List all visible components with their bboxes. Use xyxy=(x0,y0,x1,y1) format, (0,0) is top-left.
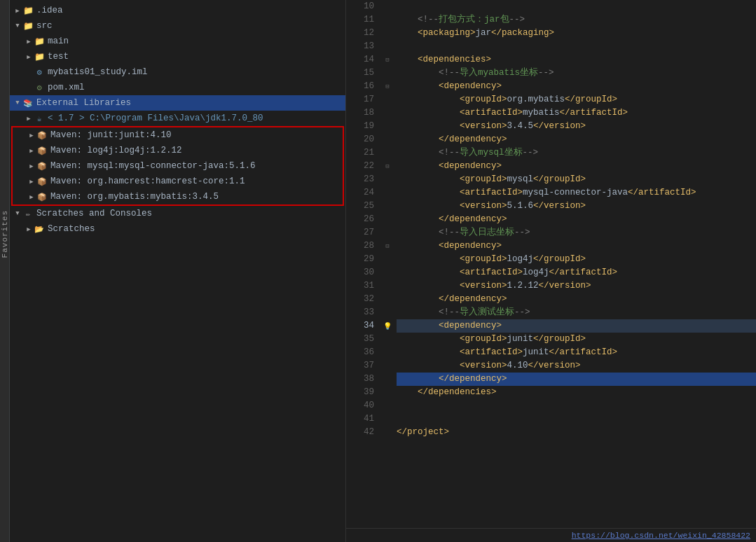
code-line xyxy=(397,40,756,53)
tree-label-scratches: Scratches xyxy=(48,224,95,234)
code-line: <version>5.1.6</version> xyxy=(397,200,756,213)
line-number: 14 xyxy=(349,53,374,67)
fold-icon[interactable]: ⊟ xyxy=(383,53,392,67)
tree-item-src[interactable]: src xyxy=(10,18,345,34)
folder-icon-src xyxy=(22,20,34,32)
tree-item-main[interactable]: main xyxy=(10,34,345,49)
arrow-scratches-consoles xyxy=(13,209,22,218)
code-line: <artifactId>log4j</artifactId> xyxy=(397,266,756,279)
fold-icon[interactable]: ⊟ xyxy=(383,80,392,93)
code-line: <!-- 打包方式：jar包 --> xyxy=(397,13,756,27)
line-number: 17 xyxy=(349,93,374,106)
project-tree-panel: .idea src main test mybatis01_study.iml … xyxy=(10,0,346,542)
code-line: </dependency> xyxy=(397,133,756,146)
tree-item-iml[interactable]: mybatis01_study.iml xyxy=(10,64,345,80)
code-line: <version>1.2.12</version> xyxy=(397,279,756,293)
code-line: <artifactId>mysql-connector-java</artifa… xyxy=(397,186,756,200)
line-number: 15 xyxy=(349,67,374,80)
tree-item-idea[interactable]: .idea xyxy=(10,3,345,18)
iml-icon xyxy=(34,67,45,78)
code-line: <artifactId>mybatis</artifactId> xyxy=(397,106,756,120)
code-line: <groupId>log4j</groupId> xyxy=(397,253,756,266)
code-line: <!-- 导入日志坐标 --> xyxy=(397,226,756,239)
favorites-label: Favorites xyxy=(1,210,9,258)
folder-icon-main xyxy=(34,36,45,47)
line-number: 27 xyxy=(349,226,374,239)
fold-icon[interactable]: ⊟ xyxy=(383,160,392,173)
tree-label-maven5: Maven: org.mybatis:mybatis:3.4.5 xyxy=(50,192,219,202)
code-line: </dependency> xyxy=(397,213,756,226)
code-line: <version>4.10</version> xyxy=(397,359,756,373)
line-number: 13 xyxy=(349,40,374,53)
code-line: </dependencies> xyxy=(397,386,756,399)
tree-label-maven1: Maven: junit:junit:4.10 xyxy=(50,130,172,140)
scratches-icon xyxy=(34,223,45,235)
arrow-src xyxy=(13,21,22,31)
tree-item-scratches-consoles[interactable]: Scratches and Consoles xyxy=(10,206,345,221)
fold-icon[interactable]: ⊟ xyxy=(383,239,392,253)
code-editor-panel: 1011121314151617181920212223242526272829… xyxy=(346,0,756,542)
line-number: 26 xyxy=(349,213,374,226)
code-area: 1011121314151617181920212223242526272829… xyxy=(346,0,756,528)
code-line: <groupId>org.mybatis</groupId> xyxy=(397,93,756,106)
scratches-consoles-icon xyxy=(22,208,34,219)
code-line: <!-- 导入myabatis坐标 --> xyxy=(397,67,756,80)
tree-item-test[interactable]: test xyxy=(10,49,345,64)
code-line: </dependency> xyxy=(397,293,756,306)
tree-label-src: src xyxy=(36,21,53,31)
tree-label-maven4: Maven: org.hamcrest:hamcrest-core:1.1 xyxy=(50,176,245,186)
tree-item-maven4[interactable]: Maven: org.hamcrest:hamcrest-core:1.1 xyxy=(13,174,343,189)
line-number: 11 xyxy=(349,13,374,27)
line-number: 21 xyxy=(349,146,374,160)
tree-item-pom[interactable]: pom.xml xyxy=(10,80,345,95)
code-line: </project> xyxy=(397,426,756,439)
code-line: <dependency> xyxy=(397,80,756,93)
tree-item-maven3[interactable]: Maven: mysql:mysql-connector-java:5.1.6 xyxy=(13,158,343,174)
arrow-scratches xyxy=(24,224,34,234)
line-number: 16 xyxy=(349,80,374,93)
bulb-icon[interactable]: 💡 xyxy=(383,319,392,333)
line-number: 19 xyxy=(349,120,374,133)
maven-icon-2 xyxy=(36,145,48,156)
line-number: 35 xyxy=(349,333,374,346)
code-line: <!-- 导入测试坐标 --> xyxy=(397,306,756,319)
line-number: 20 xyxy=(349,133,374,146)
gutter: ⊟⊟⊟⊟💡 xyxy=(380,0,394,528)
tree-item-scratches[interactable]: Scratches xyxy=(10,221,345,237)
tree-label-iml: mybatis01_study.iml xyxy=(48,67,148,77)
line-number: 24 xyxy=(349,186,374,200)
arrow-maven5 xyxy=(27,192,36,202)
maven-icon-1 xyxy=(36,130,48,141)
tree-label-ext-libs: External Libraries xyxy=(36,98,131,108)
line-number: 37 xyxy=(349,359,374,373)
tree-item-ext-libs[interactable]: External Libraries xyxy=(10,95,345,111)
ext-lib-icon xyxy=(22,97,34,109)
tree-item-maven1[interactable]: Maven: junit:junit:4.10 xyxy=(13,127,343,143)
line-number: 40 xyxy=(349,399,374,412)
line-number: 32 xyxy=(349,293,374,306)
arrow-maven2 xyxy=(27,146,36,155)
line-numbers: 1011121314151617181920212223242526272829… xyxy=(346,0,380,528)
line-number: 22 xyxy=(349,160,374,173)
line-number: 38 xyxy=(349,373,374,386)
favorites-bar[interactable]: Favorites xyxy=(0,0,10,542)
code-line: </dependency> xyxy=(397,373,756,386)
code-line: <dependency> xyxy=(397,160,756,173)
tree-label-test: test xyxy=(48,52,69,62)
tree-label-maven2: Maven: log4j:log4j:1.2.12 xyxy=(50,146,182,155)
url-link[interactable]: https://blog.csdn.net/weixin_42858422 xyxy=(572,531,750,540)
xml-icon-pom xyxy=(34,82,45,93)
tree-item-jdk[interactable]: < 1.7 > C:\Program Files\Java\jdk1.7.0_8… xyxy=(10,111,345,126)
folder-icon-idea xyxy=(22,5,34,16)
line-number: 39 xyxy=(349,386,374,399)
code-line: <version>3.4.5</version> xyxy=(397,120,756,133)
code-content[interactable]: <!-- 打包方式：jar包 --> <packaging>jar</packa… xyxy=(394,0,756,528)
code-line: <dependencies> xyxy=(397,53,756,67)
code-line: <packaging>jar</packaging> xyxy=(397,27,756,40)
code-line: <dependency> xyxy=(397,319,756,333)
tree-item-maven2[interactable]: Maven: log4j:log4j:1.2.12 xyxy=(13,143,343,158)
arrow-maven3 xyxy=(27,161,36,171)
tree-item-maven5[interactable]: Maven: org.mybatis:mybatis:3.4.5 xyxy=(13,189,343,204)
line-number: 28 xyxy=(349,239,374,253)
arrow-maven1 xyxy=(27,130,36,140)
